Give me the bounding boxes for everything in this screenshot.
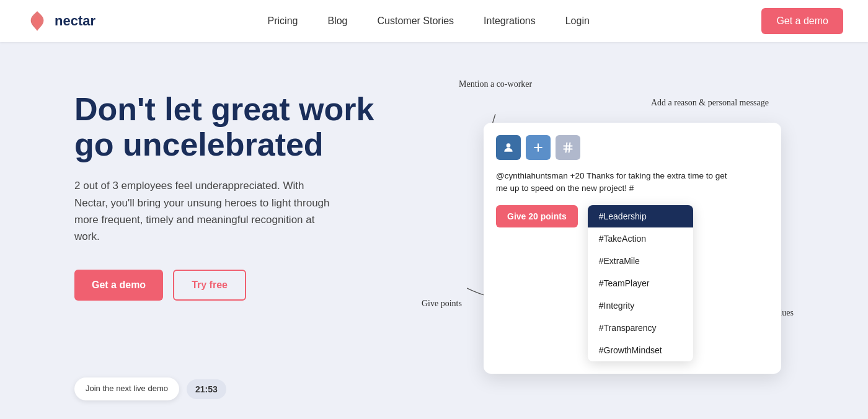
hero-section: Don't let great work go uncelebrated 2 o… <box>0 42 868 419</box>
logo-text: nectar <box>55 13 95 29</box>
give-points-button[interactable]: Give 20 points <box>496 205 578 227</box>
annotation-points: Give points <box>422 299 462 309</box>
nav-customer-stories[interactable]: Customer Stories <box>378 15 454 26</box>
hero-subtitle: 2 out of 3 employees feel underappreciat… <box>74 177 335 245</box>
svg-point-0 <box>507 143 511 148</box>
live-demo-timer: 21:53 <box>187 379 226 399</box>
nav-integrations[interactable]: Integrations <box>484 15 536 26</box>
logo-icon <box>25 9 50 33</box>
bottom-row: Give 20 points #Leadership#TakeAction#Ex… <box>496 205 769 361</box>
navbar: nectar Pricing Blog Customer Stories Int… <box>0 0 868 42</box>
plus-icon-btn[interactable] <box>526 135 551 160</box>
hero-title: Don't let great work go uncelebrated <box>74 92 397 162</box>
logo-link[interactable]: nectar <box>25 9 95 33</box>
nav-links: Pricing Blog Customer Stories Integratio… <box>268 15 590 27</box>
live-demo-label: Join the next live demo <box>74 377 179 400</box>
person-icon-btn[interactable] <box>496 135 521 160</box>
live-demo-badge[interactable]: Join the next live demo 21:53 <box>74 377 226 400</box>
nav-pricing[interactable]: Pricing <box>268 15 298 26</box>
dropdown-item[interactable]: #Integrity <box>588 294 693 317</box>
annotation-mention: Mention a co-worker <box>459 79 532 89</box>
core-values-dropdown[interactable]: #Leadership#TakeAction#ExtraMile#TeamPla… <box>588 205 693 361</box>
dropdown-item[interactable]: #GrowthMindset <box>588 339 693 361</box>
hero-right: Mention a co-worker Add a reason & perso… <box>422 79 818 389</box>
nav-login[interactable]: Login <box>565 15 590 26</box>
hash-icon-btn[interactable] <box>556 135 580 160</box>
dropdown-item[interactable]: #TeamPlayer <box>588 272 693 294</box>
nav-blog[interactable]: Blog <box>327 15 347 26</box>
dropdown-item[interactable]: #Transparency <box>588 317 693 339</box>
hero-try-free-button[interactable]: Try free <box>173 270 246 301</box>
hero-left: Don't let great work go uncelebrated 2 o… <box>74 79 397 330</box>
icon-row <box>496 135 769 160</box>
dropdown-item[interactable]: #TakeAction <box>588 227 693 250</box>
nav-get-demo-button[interactable]: Get a demo <box>761 8 843 34</box>
dropdown-item[interactable]: #ExtraMile <box>588 250 693 272</box>
dropdown-item[interactable]: #Leadership <box>588 205 693 227</box>
hero-get-demo-button[interactable]: Get a demo <box>74 270 163 301</box>
annotation-reason: Add a reason & personal message <box>651 98 769 108</box>
hero-buttons: Get a demo Try free <box>74 270 397 301</box>
recognition-card: @cynthiahuntsman +20 Thanks for taking t… <box>484 123 781 374</box>
message-text: @cynthiahuntsman +20 Thanks for taking t… <box>496 170 732 195</box>
